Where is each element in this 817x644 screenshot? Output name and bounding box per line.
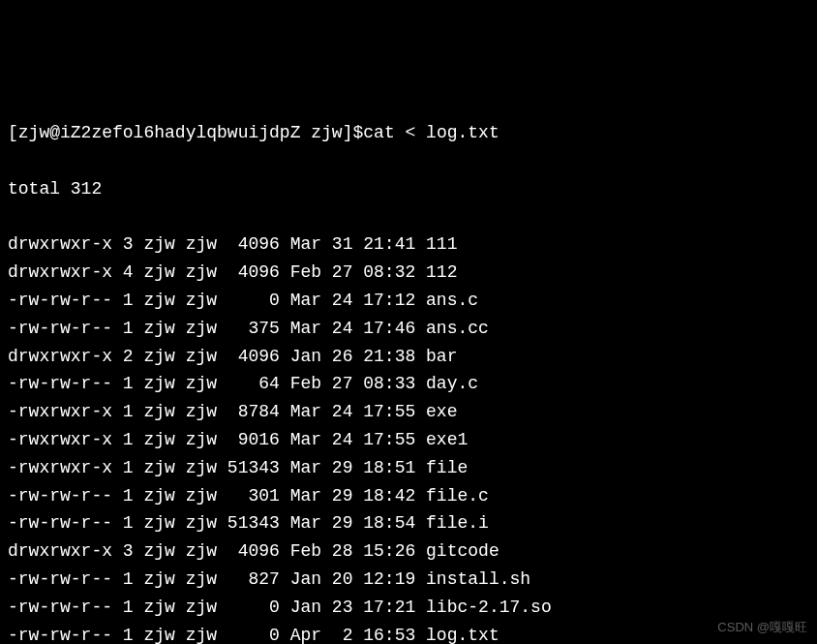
file-row: drwxrwxr-x 4 zjw zjw 4096 Feb 27 08:32 1… [8,259,809,287]
file-row: -rw-rw-r-- 1 zjw zjw 0 Mar 24 17:12 ans.… [8,287,809,315]
file-listing: drwxrwxr-x 3 zjw zjw 4096 Mar 31 21:41 1… [8,230,809,644]
shell-prompt-line: [zjw@iZ2zefol6hadylqbwuijdpZ zjw]$cat < … [8,119,809,147]
file-row: -rwxrwxr-x 1 zjw zjw 9016 Mar 24 17:55 e… [8,426,809,454]
prompt-symbol: $ [352,123,363,142]
file-row: -rw-rw-r-- 1 zjw zjw 375 Mar 24 17:46 an… [8,315,809,343]
prompt-userhost: [zjw@iZ2zefol6hadylqbwuijdpZ zjw] [8,123,352,142]
file-row: -rwxrwxr-x 1 zjw zjw 51343 Mar 29 18:51 … [8,454,809,482]
file-row: -rwxrwxr-x 1 zjw zjw 8784 Mar 24 17:55 e… [8,398,809,426]
watermark: CSDN @嘎嘎旺 [717,618,807,638]
file-row: -rw-rw-r-- 1 zjw zjw 301 Mar 29 18:42 fi… [8,482,809,510]
file-row: drwxrwxr-x 3 zjw zjw 4096 Feb 28 15:26 g… [8,537,809,566]
file-row: -rw-rw-r-- 1 zjw zjw 0 Apr 2 16:53 log.t… [8,622,809,644]
file-row: -rw-rw-r-- 1 zjw zjw 51343 Mar 29 18:54 … [8,509,809,537]
file-row: -rw-rw-r-- 1 zjw zjw 64 Feb 27 08:33 day… [8,370,809,398]
file-row: drwxrwxr-x 3 zjw zjw 4096 Mar 31 21:41 1… [8,230,809,259]
file-row: -rw-rw-r-- 1 zjw zjw 827 Jan 20 12:19 in… [8,566,809,594]
total-line: total 312 [8,175,809,203]
file-row: drwxrwxr-x 2 zjw zjw 4096 Jan 26 21:38 b… [8,343,809,371]
prompt-command[interactable]: cat < log.txt [363,123,499,142]
file-row: -rw-rw-r-- 1 zjw zjw 0 Jan 23 17:21 libc… [8,594,809,622]
